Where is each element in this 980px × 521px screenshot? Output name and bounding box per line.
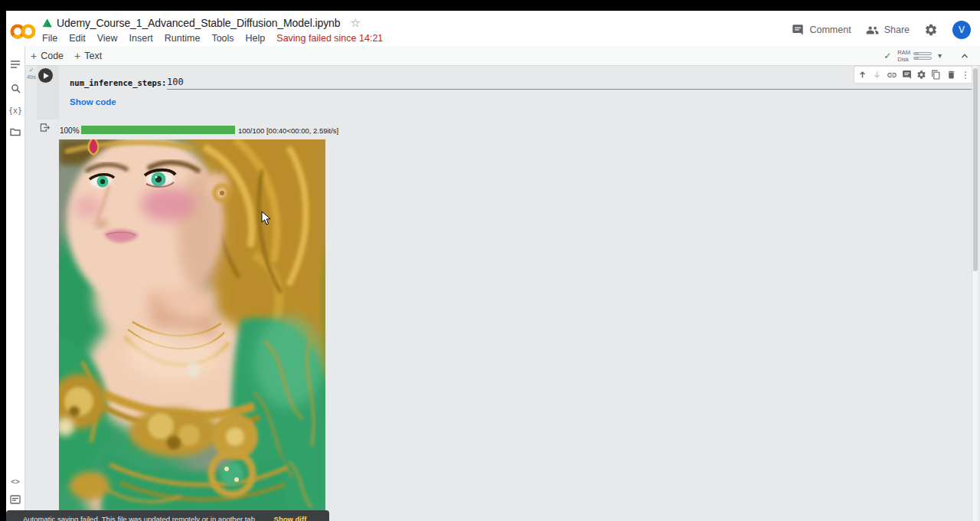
add-code-label: Code xyxy=(41,51,64,61)
add-code-button[interactable]: + Code xyxy=(31,51,64,61)
delete-cell-button[interactable] xyxy=(945,68,958,81)
settings-gear-icon[interactable] xyxy=(924,23,938,37)
terminal-icon[interactable] xyxy=(7,491,24,508)
menubar: File Edit View Insert Runtime Tools Help… xyxy=(40,32,385,44)
generated-image xyxy=(59,139,325,510)
resource-monitor[interactable]: RAM Disk xyxy=(897,49,932,63)
autosave-failed-toast: Automatic saving failed. This file was u… xyxy=(6,510,329,521)
editor-settings-button[interactable] xyxy=(915,68,928,81)
disk-usage-bar xyxy=(913,57,932,60)
plus-icon: + xyxy=(74,51,80,61)
more-cell-actions-button[interactable]: ⋮ xyxy=(959,68,972,81)
add-comment-button[interactable] xyxy=(900,68,913,81)
cell-execution-info: ✓ 49s xyxy=(26,67,37,80)
ram-label: RAM xyxy=(897,49,910,56)
notebook-toolbar: + Code + Text ✓ RAM Disk xyxy=(25,46,980,66)
progress-bar xyxy=(81,126,235,134)
cell-output-icon[interactable] xyxy=(40,123,50,133)
copy-cell-link-button[interactable] xyxy=(886,68,899,81)
title-row: Udemy_Course_1_Advanced_Stable_Diffusion… xyxy=(42,16,361,30)
progress-stats: 100/100 [00:40<00:00, 2.59it/s] xyxy=(238,126,338,135)
move-cell-down-button[interactable] xyxy=(871,68,884,81)
comment-label: Comment xyxy=(809,25,851,35)
add-text-button[interactable]: + Text xyxy=(74,51,102,61)
share-label: Share xyxy=(884,25,910,35)
menu-tools[interactable]: Tools xyxy=(209,32,236,44)
plus-icon: + xyxy=(31,51,37,61)
collapse-header-button[interactable] xyxy=(960,51,969,61)
comment-button[interactable]: Comment xyxy=(792,24,851,36)
resource-bars xyxy=(913,52,932,60)
move-cell-up-button[interactable] xyxy=(856,68,869,81)
menu-help[interactable]: Help xyxy=(243,32,268,44)
show-code-link[interactable]: Show code xyxy=(70,97,116,106)
execution-check-icon: ✓ xyxy=(26,67,37,74)
form-field-label: num_inference_steps: xyxy=(70,78,166,87)
show-diff-button[interactable]: Show diff xyxy=(274,515,307,521)
disk-label: Disk xyxy=(897,56,910,63)
toast-message: Automatic saving failed. This file was u… xyxy=(23,515,257,521)
menu-view[interactable]: View xyxy=(95,32,120,44)
execution-time: 49s xyxy=(26,74,37,80)
toolbar-left: + Code + Text xyxy=(31,46,102,65)
scrollbar-thumb[interactable] xyxy=(973,68,978,271)
avatar[interactable]: V xyxy=(952,21,971,39)
notebook-title[interactable]: Udemy_Course_1_Advanced_Stable_Diffusion… xyxy=(57,17,340,29)
ram-usage-bar xyxy=(913,52,932,55)
menu-edit[interactable]: Edit xyxy=(67,32,88,44)
header: Udemy_Course_1_Advanced_Stable_Diffusion… xyxy=(6,11,980,46)
drive-file-icon xyxy=(42,18,52,28)
save-status[interactable]: Saving failed since 14:21 xyxy=(274,32,385,44)
add-text-label: Text xyxy=(84,51,102,61)
scrollbar xyxy=(972,66,978,521)
progress-percent: 100% xyxy=(60,126,80,135)
left-sidebar: {x} <> xyxy=(6,46,25,521)
mirror-cell-button[interactable] xyxy=(929,68,942,81)
connected-check-icon: ✓ xyxy=(884,51,891,61)
menu-insert[interactable]: Insert xyxy=(127,32,155,44)
share-people-icon xyxy=(866,25,879,36)
header-actions: Comment Share V xyxy=(792,21,971,39)
star-icon[interactable]: ☆ xyxy=(350,16,360,30)
chevron-up-icon xyxy=(960,51,969,61)
colab-logo[interactable] xyxy=(9,22,37,41)
progress-bar-fill xyxy=(81,126,235,134)
resources-dropdown-caret[interactable]: ▾ xyxy=(938,51,942,60)
cell-toolbar: ⋮ xyxy=(854,67,974,83)
screen: Udemy_Course_1_Advanced_Stable_Diffusion… xyxy=(0,0,980,521)
search-icon[interactable] xyxy=(7,80,24,97)
num-inference-steps-input[interactable] xyxy=(167,75,973,90)
toolbar-right: ✓ RAM Disk ▾ xyxy=(884,46,969,65)
variables-icon[interactable]: {x} xyxy=(7,102,24,119)
comment-icon xyxy=(792,24,804,36)
code-snippets-icon[interactable]: <> xyxy=(7,473,24,490)
colab-app: Udemy_Course_1_Advanced_Stable_Diffusion… xyxy=(6,11,980,521)
menu-file[interactable]: File xyxy=(40,32,60,44)
run-cell-button[interactable] xyxy=(38,68,53,83)
share-button[interactable]: Share xyxy=(866,25,910,36)
play-icon xyxy=(44,73,49,79)
files-icon[interactable] xyxy=(7,123,24,140)
menu-runtime[interactable]: Runtime xyxy=(162,32,203,44)
table-of-contents-icon[interactable] xyxy=(7,56,24,73)
